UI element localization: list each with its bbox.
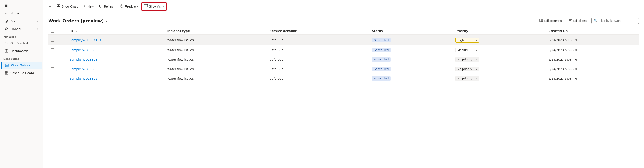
row-checkbox[interactable] <box>51 77 54 80</box>
recent-icon <box>4 19 8 23</box>
edit-columns-label: Edit columns <box>544 19 562 22</box>
th-service-account[interactable]: Service account <box>267 28 369 34</box>
row-created-on: 5/24/2023 5:08 PM <box>546 74 639 83</box>
priority-badge[interactable]: No priority ∨ <box>456 66 479 72</box>
refresh-button[interactable]: Refresh <box>96 3 116 10</box>
main-content: ← Show Chart ＋ New <box>43 0 644 168</box>
row-priority: High ∨ <box>453 34 546 45</box>
row-priority: Medium ∨ <box>453 45 546 55</box>
svg-rect-4 <box>6 51 8 52</box>
page-title-chevron[interactable]: ∨ <box>106 19 108 22</box>
priority-badge[interactable]: High ∨ <box>456 38 479 42</box>
priority-badge[interactable]: No priority ∨ <box>456 76 479 81</box>
row-incident-type: Water flow issues <box>164 74 267 83</box>
new-button[interactable]: ＋ New <box>80 3 96 10</box>
row-status: Scheduled <box>369 34 453 45</box>
row-status: Scheduled <box>369 45 453 55</box>
row-checkbox-cell <box>48 55 67 64</box>
row-service-account: Cafe Duo <box>267 55 369 64</box>
show-as-chevron: ∨ <box>162 5 164 8</box>
row-id-cell: Sample_WO13808 <box>67 64 164 74</box>
id-sort-icon: ↓ <box>75 30 77 32</box>
filter-by-keyword[interactable]: 🔍 <box>591 18 639 24</box>
th-id[interactable]: ID ↓ <box>67 28 164 34</box>
row-id-cell: Sample_WO13823 <box>67 55 164 64</box>
show-as-label: Show As <box>149 5 161 8</box>
home-icon: ⌂ <box>4 12 8 15</box>
edit-columns-button[interactable]: Edit columns <box>537 17 564 24</box>
table-row: Sample_WO13823 Water flow issues Cafe Du… <box>48 55 639 64</box>
priority-label: No priority <box>458 58 472 61</box>
row-priority: No priority ∨ <box>453 74 546 83</box>
row-service-account: Cafe Duo <box>267 74 369 83</box>
row-service-account: Cafe Duo <box>267 64 369 74</box>
priority-chevron: ∨ <box>476 68 477 70</box>
sidebar-item-work-orders[interactable]: Work Orders <box>1 62 42 69</box>
row-created-on: 5/24/2023 5:09 PM <box>546 45 639 55</box>
back-button[interactable]: ← <box>47 3 54 10</box>
row-incident-type: Water flow issues <box>164 45 267 55</box>
work-order-link[interactable]: Sample_WO13941 <box>70 38 98 42</box>
work-orders-table: ID ↓ Incident type Service account Statu… <box>48 28 639 83</box>
refresh-icon <box>99 4 102 9</box>
get-started-icon: ▷ <box>4 41 8 45</box>
row-expand-icon[interactable]: ⊞ <box>99 38 102 42</box>
svg-rect-1 <box>5 50 6 51</box>
pinned-chevron: ∨ <box>37 28 39 30</box>
table-body: Sample_WO13941 ⊞ ··· Water flow issues C… <box>48 34 639 83</box>
hamburger-menu[interactable]: ☰ <box>1 2 42 9</box>
show-chart-button[interactable]: Show Chart <box>54 3 80 10</box>
row-checkbox[interactable] <box>51 67 54 71</box>
edit-filters-button[interactable]: Edit filters <box>566 17 589 24</box>
row-checkbox[interactable] <box>51 48 54 52</box>
svg-rect-15 <box>58 5 59 7</box>
page-header-actions: Edit columns Edit filters 🔍 <box>537 17 639 24</box>
select-all-checkbox[interactable] <box>51 29 54 32</box>
row-service-account: Cafe Duo <box>267 45 369 55</box>
sidebar-item-home[interactable]: ⌂ Home <box>1 10 42 17</box>
row-checkbox[interactable] <box>51 58 54 61</box>
row-checkbox-cell <box>48 64 67 74</box>
row-incident-type: Water flow issues <box>164 64 267 74</box>
row-created-on: 5/24/2023 5:08 PM <box>546 34 639 45</box>
priority-badge[interactable]: Medium ∨ <box>456 48 479 52</box>
th-priority[interactable]: Priority <box>453 28 546 34</box>
work-order-link[interactable]: Sample_WO13823 <box>70 58 98 61</box>
feedback-label: Feedback <box>125 5 138 8</box>
priority-label: No priority <box>458 67 472 70</box>
feedback-button[interactable]: Feedback <box>118 3 140 10</box>
sidebar-item-pinned[interactable]: Pinned ∨ <box>1 25 42 32</box>
dashboards-icon <box>4 49 8 53</box>
table-row: Sample_WO13941 ⊞ ··· Water flow issues C… <box>48 34 639 45</box>
show-chart-icon <box>56 4 60 9</box>
more-options-icon[interactable]: ··· <box>104 37 110 43</box>
svg-rect-14 <box>57 6 58 7</box>
priority-badge[interactable]: No priority ∨ <box>456 57 479 62</box>
row-checkbox-cell <box>48 34 67 45</box>
work-order-link[interactable]: Sample_WO13866 <box>70 48 98 52</box>
status-badge: Scheduled <box>372 48 391 52</box>
filter-input[interactable] <box>599 19 636 22</box>
th-created-on[interactable]: Created On <box>546 28 639 34</box>
status-badge: Scheduled <box>372 57 391 62</box>
th-select-all[interactable] <box>48 28 67 34</box>
table-row: Sample_WO13806 Water flow issues Cafe Du… <box>48 74 639 83</box>
new-label: New <box>88 5 94 8</box>
th-incident-type[interactable]: Incident type <box>164 28 267 34</box>
row-id-cell: Sample_WO13866 <box>67 45 164 55</box>
th-status[interactable]: Status <box>369 28 453 34</box>
sidebar: ☰ ⌂ Home Recent ∨ Pinned ∨ My Work ▷ Get… <box>0 0 43 168</box>
row-checkbox[interactable] <box>51 38 54 42</box>
schedule-board-icon <box>4 71 8 75</box>
sidebar-item-get-started[interactable]: ▷ Get Started <box>1 40 42 47</box>
work-order-link[interactable]: Sample_WO13806 <box>70 77 98 80</box>
show-as-button[interactable]: Show As ∨ <box>141 2 167 10</box>
priority-label: No priority <box>458 77 472 80</box>
sidebar-item-schedule-board[interactable]: Schedule Board <box>1 69 42 77</box>
sidebar-item-recent[interactable]: Recent ∨ <box>1 18 42 25</box>
work-order-link[interactable]: Sample_WO13808 <box>70 67 98 71</box>
priority-label: High <box>458 38 464 42</box>
sidebar-item-dashboards[interactable]: Dashboards <box>1 47 42 55</box>
refresh-label: Refresh <box>104 5 114 8</box>
row-status: Scheduled <box>369 64 453 74</box>
